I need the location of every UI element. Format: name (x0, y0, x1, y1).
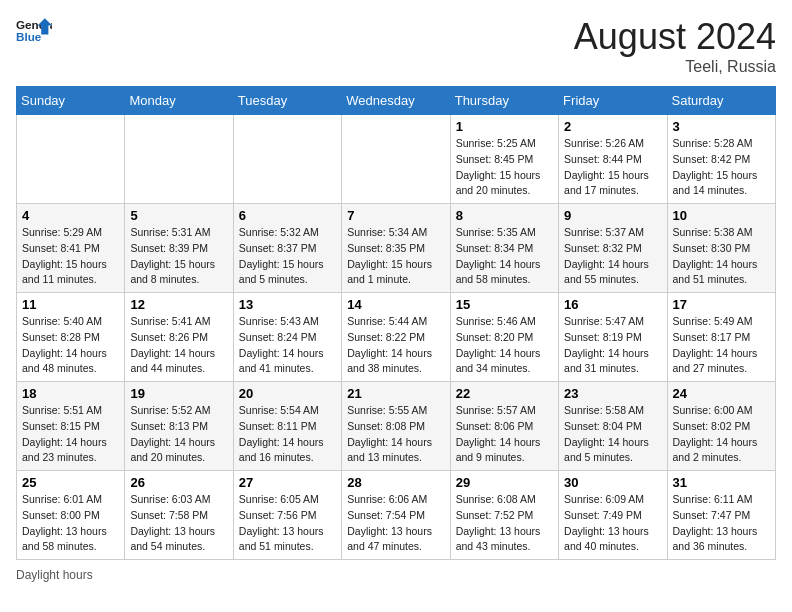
day-info: Sunrise: 5:51 AM Sunset: 8:15 PM Dayligh… (22, 403, 119, 466)
calendar-cell: 30Sunrise: 6:09 AM Sunset: 7:49 PM Dayli… (559, 471, 667, 560)
calendar-cell: 17Sunrise: 5:49 AM Sunset: 8:17 PM Dayli… (667, 293, 775, 382)
column-header-monday: Monday (125, 87, 233, 115)
day-info: Sunrise: 6:06 AM Sunset: 7:54 PM Dayligh… (347, 492, 444, 555)
day-number: 26 (130, 475, 227, 490)
calendar-cell: 24Sunrise: 6:00 AM Sunset: 8:02 PM Dayli… (667, 382, 775, 471)
day-number: 22 (456, 386, 553, 401)
calendar-week-row: 1Sunrise: 5:25 AM Sunset: 8:45 PM Daylig… (17, 115, 776, 204)
day-number: 7 (347, 208, 444, 223)
calendar-cell: 16Sunrise: 5:47 AM Sunset: 8:19 PM Dayli… (559, 293, 667, 382)
calendar-cell: 13Sunrise: 5:43 AM Sunset: 8:24 PM Dayli… (233, 293, 341, 382)
column-header-thursday: Thursday (450, 87, 558, 115)
day-info: Sunrise: 6:03 AM Sunset: 7:58 PM Dayligh… (130, 492, 227, 555)
column-header-friday: Friday (559, 87, 667, 115)
calendar-cell: 7Sunrise: 5:34 AM Sunset: 8:35 PM Daylig… (342, 204, 450, 293)
day-info: Sunrise: 5:49 AM Sunset: 8:17 PM Dayligh… (673, 314, 770, 377)
calendar-cell: 21Sunrise: 5:55 AM Sunset: 8:08 PM Dayli… (342, 382, 450, 471)
page-header: General Blue August 2024 Teeli, Russia (16, 16, 776, 76)
calendar-week-row: 25Sunrise: 6:01 AM Sunset: 8:00 PM Dayli… (17, 471, 776, 560)
day-info: Sunrise: 5:41 AM Sunset: 8:26 PM Dayligh… (130, 314, 227, 377)
day-number: 24 (673, 386, 770, 401)
day-info: Sunrise: 5:55 AM Sunset: 8:08 PM Dayligh… (347, 403, 444, 466)
calendar-cell: 5Sunrise: 5:31 AM Sunset: 8:39 PM Daylig… (125, 204, 233, 293)
day-number: 18 (22, 386, 119, 401)
day-info: Sunrise: 6:11 AM Sunset: 7:47 PM Dayligh… (673, 492, 770, 555)
day-info: Sunrise: 5:58 AM Sunset: 8:04 PM Dayligh… (564, 403, 661, 466)
column-header-wednesday: Wednesday (342, 87, 450, 115)
footer: Daylight hours (16, 568, 776, 582)
calendar-cell: 4Sunrise: 5:29 AM Sunset: 8:41 PM Daylig… (17, 204, 125, 293)
day-number: 15 (456, 297, 553, 312)
calendar-cell (342, 115, 450, 204)
day-info: Sunrise: 5:54 AM Sunset: 8:11 PM Dayligh… (239, 403, 336, 466)
day-info: Sunrise: 5:26 AM Sunset: 8:44 PM Dayligh… (564, 136, 661, 199)
day-info: Sunrise: 6:09 AM Sunset: 7:49 PM Dayligh… (564, 492, 661, 555)
svg-text:Blue: Blue (16, 30, 42, 43)
day-number: 9 (564, 208, 661, 223)
title-area: August 2024 Teeli, Russia (574, 16, 776, 76)
day-info: Sunrise: 5:35 AM Sunset: 8:34 PM Dayligh… (456, 225, 553, 288)
day-number: 12 (130, 297, 227, 312)
calendar-cell: 3Sunrise: 5:28 AM Sunset: 8:42 PM Daylig… (667, 115, 775, 204)
calendar-cell: 11Sunrise: 5:40 AM Sunset: 8:28 PM Dayli… (17, 293, 125, 382)
calendar-cell: 29Sunrise: 6:08 AM Sunset: 7:52 PM Dayli… (450, 471, 558, 560)
day-number: 10 (673, 208, 770, 223)
calendar-cell (233, 115, 341, 204)
calendar-cell: 28Sunrise: 6:06 AM Sunset: 7:54 PM Dayli… (342, 471, 450, 560)
calendar-cell: 12Sunrise: 5:41 AM Sunset: 8:26 PM Dayli… (125, 293, 233, 382)
day-info: Sunrise: 5:32 AM Sunset: 8:37 PM Dayligh… (239, 225, 336, 288)
day-number: 23 (564, 386, 661, 401)
day-info: Sunrise: 5:57 AM Sunset: 8:06 PM Dayligh… (456, 403, 553, 466)
day-info: Sunrise: 5:52 AM Sunset: 8:13 PM Dayligh… (130, 403, 227, 466)
calendar-cell: 19Sunrise: 5:52 AM Sunset: 8:13 PM Dayli… (125, 382, 233, 471)
day-number: 1 (456, 119, 553, 134)
calendar-cell: 23Sunrise: 5:58 AM Sunset: 8:04 PM Dayli… (559, 382, 667, 471)
calendar-cell: 26Sunrise: 6:03 AM Sunset: 7:58 PM Dayli… (125, 471, 233, 560)
column-header-tuesday: Tuesday (233, 87, 341, 115)
calendar-header-row: SundayMondayTuesdayWednesdayThursdayFrid… (17, 87, 776, 115)
day-number: 11 (22, 297, 119, 312)
day-number: 3 (673, 119, 770, 134)
day-info: Sunrise: 5:46 AM Sunset: 8:20 PM Dayligh… (456, 314, 553, 377)
calendar-cell: 1Sunrise: 5:25 AM Sunset: 8:45 PM Daylig… (450, 115, 558, 204)
day-number: 14 (347, 297, 444, 312)
day-info: Sunrise: 5:38 AM Sunset: 8:30 PM Dayligh… (673, 225, 770, 288)
calendar-cell: 27Sunrise: 6:05 AM Sunset: 7:56 PM Dayli… (233, 471, 341, 560)
calendar-week-row: 11Sunrise: 5:40 AM Sunset: 8:28 PM Dayli… (17, 293, 776, 382)
logo: General Blue (16, 16, 52, 44)
day-info: Sunrise: 5:44 AM Sunset: 8:22 PM Dayligh… (347, 314, 444, 377)
day-info: Sunrise: 5:34 AM Sunset: 8:35 PM Dayligh… (347, 225, 444, 288)
day-number: 29 (456, 475, 553, 490)
day-info: Sunrise: 6:05 AM Sunset: 7:56 PM Dayligh… (239, 492, 336, 555)
calendar-cell: 20Sunrise: 5:54 AM Sunset: 8:11 PM Dayli… (233, 382, 341, 471)
day-info: Sunrise: 5:29 AM Sunset: 8:41 PM Dayligh… (22, 225, 119, 288)
calendar-cell: 18Sunrise: 5:51 AM Sunset: 8:15 PM Dayli… (17, 382, 125, 471)
calendar-cell: 31Sunrise: 6:11 AM Sunset: 7:47 PM Dayli… (667, 471, 775, 560)
day-number: 4 (22, 208, 119, 223)
month-year-title: August 2024 (574, 16, 776, 58)
day-info: Sunrise: 5:25 AM Sunset: 8:45 PM Dayligh… (456, 136, 553, 199)
column-header-sunday: Sunday (17, 87, 125, 115)
day-info: Sunrise: 6:00 AM Sunset: 8:02 PM Dayligh… (673, 403, 770, 466)
day-info: Sunrise: 5:28 AM Sunset: 8:42 PM Dayligh… (673, 136, 770, 199)
day-number: 21 (347, 386, 444, 401)
daylight-hours-label: Daylight hours (16, 568, 93, 582)
day-info: Sunrise: 5:47 AM Sunset: 8:19 PM Dayligh… (564, 314, 661, 377)
calendar-cell: 9Sunrise: 5:37 AM Sunset: 8:32 PM Daylig… (559, 204, 667, 293)
day-info: Sunrise: 5:31 AM Sunset: 8:39 PM Dayligh… (130, 225, 227, 288)
day-number: 19 (130, 386, 227, 401)
day-info: Sunrise: 5:37 AM Sunset: 8:32 PM Dayligh… (564, 225, 661, 288)
day-number: 28 (347, 475, 444, 490)
calendar-cell: 15Sunrise: 5:46 AM Sunset: 8:20 PM Dayli… (450, 293, 558, 382)
day-number: 30 (564, 475, 661, 490)
day-number: 8 (456, 208, 553, 223)
calendar-cell (17, 115, 125, 204)
day-number: 16 (564, 297, 661, 312)
day-info: Sunrise: 5:43 AM Sunset: 8:24 PM Dayligh… (239, 314, 336, 377)
day-number: 31 (673, 475, 770, 490)
calendar-week-row: 18Sunrise: 5:51 AM Sunset: 8:15 PM Dayli… (17, 382, 776, 471)
day-number: 6 (239, 208, 336, 223)
calendar-cell: 14Sunrise: 5:44 AM Sunset: 8:22 PM Dayli… (342, 293, 450, 382)
calendar-cell: 22Sunrise: 5:57 AM Sunset: 8:06 PM Dayli… (450, 382, 558, 471)
day-number: 27 (239, 475, 336, 490)
